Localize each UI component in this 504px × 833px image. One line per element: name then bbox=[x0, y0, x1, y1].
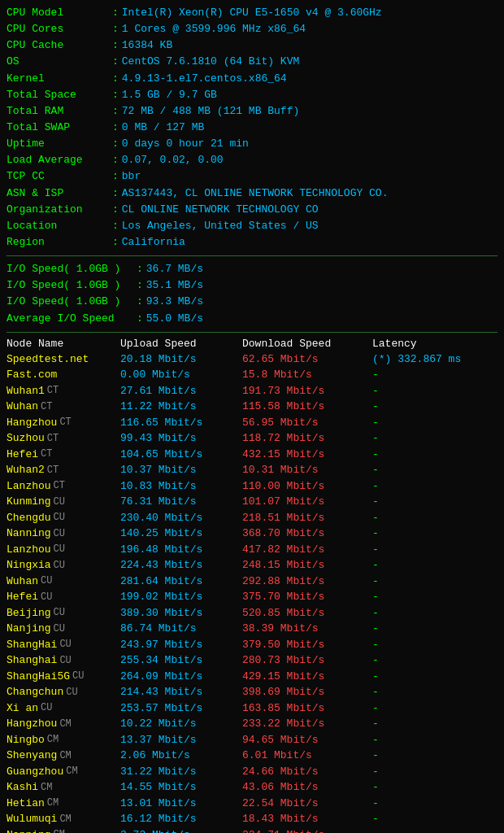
table-row: Xi an CU 253.57 Mbit/s 163.85 Mbit/s - bbox=[7, 700, 497, 717]
latency: - bbox=[372, 478, 470, 495]
header-upload: Upload Speed bbox=[120, 338, 242, 350]
download-speed: 233.22 Mbit/s bbox=[242, 716, 372, 732]
table-row: Chengdu CU 230.40 Mbit/s 218.51 Mbit/s - bbox=[7, 510, 497, 526]
node-tag: CT bbox=[59, 415, 71, 430]
table-row: Hefei CT 104.65 Mbit/s 432.15 Mbit/s - bbox=[7, 447, 497, 463]
speed-table: Node Name Upload Speed Download Speed La… bbox=[7, 338, 497, 833]
latency: - bbox=[372, 764, 470, 780]
cpu-cache-row: CPU Cache : 16384 KB bbox=[7, 37, 497, 54]
node-tag: CU bbox=[54, 510, 65, 525]
table-row: Lanzhou CU 196.48 Mbit/s 417.82 Mbit/s - bbox=[7, 542, 497, 558]
download-speed: 118.72 Mbit/s bbox=[242, 430, 372, 447]
table-row: Guangzhou CM 31.22 Mbit/s 24.66 Mbit/s - bbox=[7, 764, 497, 780]
divider-1 bbox=[7, 255, 497, 256]
node-cell: Hangzhou CM bbox=[7, 716, 120, 732]
node-name: Lanzhou bbox=[7, 542, 51, 558]
upload-speed: 264.09 Mbit/s bbox=[120, 669, 242, 685]
upload-speed: 104.65 Mbit/s bbox=[120, 447, 242, 463]
load-avg-value: 0.07, 0.02, 0.00 bbox=[122, 152, 224, 168]
node-name: Hetian bbox=[7, 796, 45, 812]
upload-speed: 99.43 Mbit/s bbox=[120, 430, 242, 447]
latency: - bbox=[372, 526, 470, 542]
table-header: Node Name Upload Speed Download Speed La… bbox=[7, 338, 497, 350]
latency: - bbox=[372, 748, 470, 764]
upload-speed: 281.64 Mbit/s bbox=[120, 574, 242, 590]
node-cell: Ningxia CU bbox=[7, 557, 120, 574]
node-tag: CT bbox=[41, 399, 52, 414]
node-name: Nanjing bbox=[7, 621, 51, 637]
upload-speed: 76.31 Mbit/s bbox=[120, 494, 242, 510]
node-name: Hangzhou bbox=[7, 716, 57, 732]
node-name: Beijing bbox=[7, 605, 51, 621]
node-name: Suzhou bbox=[7, 430, 45, 447]
node-name: Hangzhou bbox=[7, 415, 57, 431]
table-row: Nanjing CU 86.74 Mbit/s 38.39 Mbit/s - bbox=[7, 621, 497, 637]
node-cell: ShangHai CU bbox=[7, 637, 120, 653]
cpu-model-row: CPU Model : Intel(R) Xeon(R) CPU E5-1650… bbox=[7, 5, 497, 21]
cpu-cache-value: 16384 KB bbox=[122, 37, 172, 54]
node-name: Wuhan bbox=[7, 399, 38, 415]
upload-speed: 3.73 Mbit/s bbox=[120, 827, 242, 833]
upload-speed: 2.06 Mbit/s bbox=[120, 748, 242, 764]
system-info: CPU Model : Intel(R) Xeon(R) CPU E5-1650… bbox=[7, 5, 497, 251]
download-speed: 56.95 Mbit/s bbox=[242, 415, 372, 431]
table-row: Hangzhou CM 10.22 Mbit/s 233.22 Mbit/s - bbox=[7, 716, 497, 732]
node-name: Wuhan2 bbox=[7, 462, 45, 478]
latency: - bbox=[372, 399, 470, 415]
node-cell: Nanjing CU bbox=[7, 621, 120, 637]
node-tag: CU bbox=[54, 526, 65, 541]
node-name: Lanzhou bbox=[7, 478, 51, 495]
node-tag: CT bbox=[54, 478, 65, 493]
table-row: Wuhan1 CT 27.61 Mbit/s 191.73 Mbit/s - bbox=[7, 383, 497, 399]
node-tag: CT bbox=[47, 463, 59, 478]
download-speed: 6.01 Mbit/s bbox=[242, 748, 372, 764]
node-name: Shanghai bbox=[7, 652, 57, 669]
download-speed: 163.85 Mbit/s bbox=[242, 700, 372, 717]
latency: - bbox=[372, 669, 470, 685]
io-label: I/O Speed( 1.0GB ) bbox=[7, 261, 137, 277]
table-row: Speedtest.net 20.18 Mbit/s 62.65 Mbit/s … bbox=[7, 351, 497, 368]
io-label: I/O Speed( 1.0GB ) bbox=[7, 294, 137, 310]
upload-speed: 10.22 Mbit/s bbox=[120, 716, 242, 732]
node-tag: CM bbox=[47, 732, 59, 747]
download-speed: 292.88 Mbit/s bbox=[242, 574, 372, 590]
node-name: Chengdu bbox=[7, 510, 51, 526]
header-node: Node Name bbox=[7, 338, 120, 350]
latency: - bbox=[372, 732, 470, 748]
total-space-value: 1.5 GB / 9.7 GB bbox=[122, 87, 217, 103]
table-row: Hetian CM 13.01 Mbit/s 22.54 Mbit/s - bbox=[7, 796, 497, 812]
node-name: Wuhan1 bbox=[7, 383, 45, 399]
node-tag: CM bbox=[41, 780, 52, 795]
latency: - bbox=[372, 383, 470, 399]
node-cell: Fast.com bbox=[7, 367, 120, 383]
table-row: Changchun CU 214.43 Mbit/s 398.69 Mbit/s… bbox=[7, 684, 497, 700]
node-tag: CU bbox=[41, 700, 52, 715]
download-speed: 24.66 Mbit/s bbox=[242, 764, 372, 780]
node-tag: CU bbox=[59, 653, 71, 668]
node-tag: CU bbox=[59, 637, 71, 652]
node-name: Ningbo bbox=[7, 732, 45, 748]
download-speed: 18.43 Mbit/s bbox=[242, 811, 372, 827]
location-label: Location bbox=[7, 218, 112, 234]
node-tag: CU bbox=[41, 590, 52, 604]
node-cell: Wuhan1 CT bbox=[7, 383, 120, 399]
node-tag: CU bbox=[66, 685, 77, 700]
upload-speed: 0.00 Mbit/s bbox=[120, 367, 242, 383]
upload-speed: 230.40 Mbit/s bbox=[120, 510, 242, 526]
upload-speed: 389.30 Mbit/s bbox=[120, 605, 242, 621]
cpu-model-value: Intel(R) Xeon(R) CPU E5-1650 v4 @ 3.60GH… bbox=[122, 5, 382, 21]
tcp-cc-label: TCP CC bbox=[7, 168, 112, 185]
table-row: ShangHai5G CU 264.09 Mbit/s 429.15 Mbit/… bbox=[7, 669, 497, 685]
node-tag: CU bbox=[41, 574, 52, 588]
upload-speed: 224.43 Mbit/s bbox=[120, 557, 242, 574]
node-tag: CM bbox=[54, 827, 65, 833]
download-speed: 38.39 Mbit/s bbox=[242, 621, 372, 637]
node-cell: Wulumuqi CM bbox=[7, 811, 120, 827]
node-cell: Nanning CU bbox=[7, 526, 120, 542]
upload-speed: 11.22 Mbit/s bbox=[120, 399, 242, 415]
node-name: Hefei bbox=[7, 589, 38, 605]
latency: - bbox=[372, 621, 470, 637]
node-tag: CU bbox=[54, 605, 65, 620]
node-cell: Hefei CU bbox=[7, 589, 120, 605]
node-tag: CT bbox=[47, 383, 59, 398]
